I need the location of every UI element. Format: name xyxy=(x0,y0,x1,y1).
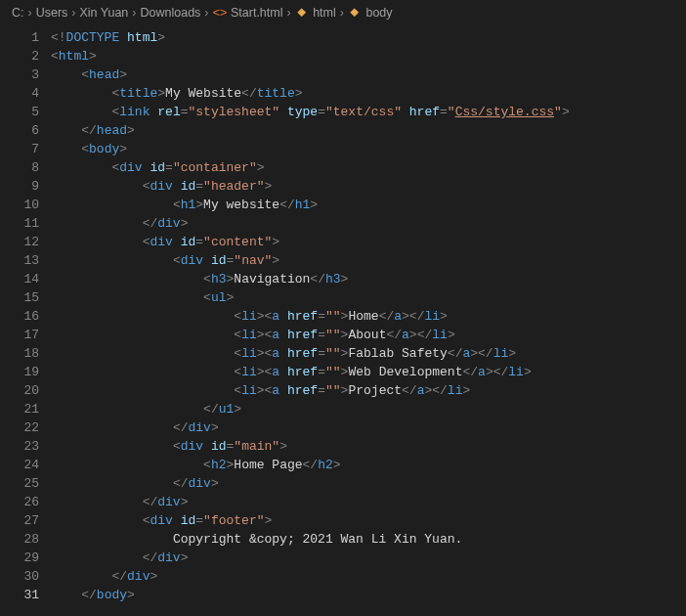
code-line[interactable]: <body> xyxy=(51,140,686,158)
chevron-right-icon: › xyxy=(287,6,291,20)
code-line[interactable]: <head> xyxy=(51,66,686,84)
line-number: 25 xyxy=(0,474,39,493)
line-number: 9 xyxy=(0,177,39,196)
code-line[interactable]: <!DOCTYPE html> xyxy=(51,28,686,47)
line-number: 22 xyxy=(0,418,39,437)
line-number: 12 xyxy=(0,233,39,251)
line-number: 13 xyxy=(0,251,39,270)
line-number: 2 xyxy=(0,47,39,66)
line-number: 6 xyxy=(0,121,39,140)
line-number: 10 xyxy=(0,196,39,214)
code-line[interactable]: <div id="main"> xyxy=(51,437,686,456)
code-line[interactable]: <ul> xyxy=(51,288,686,307)
symbol-tag-icon: ⯁ xyxy=(295,6,310,20)
code-line[interactable]: </div> xyxy=(51,474,686,493)
code-line[interactable]: <div id="footer"> xyxy=(51,511,686,530)
line-gutter: 1234567891011121314151617181920212223242… xyxy=(0,26,51,604)
code-line[interactable]: <li><a href="">Project</a></li> xyxy=(51,381,686,400)
code-line[interactable]: <li><a href="">Home</a></li> xyxy=(51,307,686,326)
line-number: 23 xyxy=(0,437,39,456)
chevron-right-icon: › xyxy=(132,6,136,20)
code-line[interactable]: </body> xyxy=(51,586,686,604)
line-number: 5 xyxy=(0,103,39,121)
code-line[interactable]: <title>My Website</title> xyxy=(51,84,686,103)
line-number: 11 xyxy=(0,214,39,233)
html-file-icon: <> xyxy=(213,6,228,20)
code-line[interactable]: <link rel="stylesheet" type="text/css" h… xyxy=(51,103,686,121)
code-line[interactable]: <h2>Home Page</h2> xyxy=(51,456,686,474)
breadcrumb-seg[interactable]: Downloads xyxy=(141,6,201,20)
code-line[interactable]: <li><a href="">Web Development</a></li> xyxy=(51,363,686,381)
code-line[interactable]: </div> xyxy=(51,493,686,511)
code-line[interactable]: </div> xyxy=(51,214,686,233)
line-number: 26 xyxy=(0,493,39,511)
line-number: 27 xyxy=(0,511,39,530)
chevron-right-icon: › xyxy=(71,6,75,20)
line-number: 24 xyxy=(0,456,39,474)
code-line[interactable]: </div> xyxy=(51,567,686,586)
line-number: 16 xyxy=(0,307,39,326)
code-line[interactable]: <div id="header"> xyxy=(51,177,686,196)
code-line[interactable]: </head> xyxy=(51,121,686,140)
code-line[interactable]: <li><a href="">Fablab Safety</a></li> xyxy=(51,344,686,363)
code-line[interactable]: <html> xyxy=(51,47,686,66)
line-number: 8 xyxy=(0,158,39,177)
symbol-tag-icon: ⯁ xyxy=(348,6,363,20)
code-line[interactable]: </div> xyxy=(51,549,686,567)
code-line[interactable]: </u1> xyxy=(51,400,686,418)
line-number: 18 xyxy=(0,344,39,363)
line-number: 20 xyxy=(0,381,39,400)
line-number: 30 xyxy=(0,567,39,586)
breadcrumb-seg[interactable]: Start.html xyxy=(231,6,283,20)
chevron-right-icon: › xyxy=(28,6,32,20)
line-number: 7 xyxy=(0,140,39,158)
breadcrumb-seg[interactable]: Users xyxy=(36,6,68,20)
chevron-right-icon: › xyxy=(340,6,344,20)
line-number: 1 xyxy=(0,28,39,47)
breadcrumb-seg[interactable]: Xin Yuan xyxy=(80,6,129,20)
code-line[interactable]: <li><a href="">About</a></li> xyxy=(51,326,686,344)
code-editor[interactable]: 1234567891011121314151617181920212223242… xyxy=(0,26,686,604)
line-number: 28 xyxy=(0,530,39,549)
line-number: 15 xyxy=(0,288,39,307)
line-number: 14 xyxy=(0,270,39,288)
code-line[interactable]: <div id="content"> xyxy=(51,233,686,251)
breadcrumb-seg[interactable]: html xyxy=(313,6,336,20)
line-number: 3 xyxy=(0,66,39,84)
code-line[interactable]: Copyright &copy; 2021 Wan Li Xin Yuan. xyxy=(51,530,686,549)
code-line[interactable]: <h1>My website</h1> xyxy=(51,196,686,214)
breadcrumb[interactable]: C:› Users› Xin Yuan› Downloads› <> Start… xyxy=(0,0,686,26)
code-content[interactable]: <!DOCTYPE html><html> <head> <title>My W… xyxy=(51,26,686,604)
code-line[interactable]: <h3>Navigation</h3> xyxy=(51,270,686,288)
breadcrumb-seg[interactable]: C: xyxy=(12,6,24,20)
line-number: 21 xyxy=(0,400,39,418)
code-line[interactable]: </div> xyxy=(51,418,686,437)
chevron-right-icon: › xyxy=(204,6,208,20)
line-number: 17 xyxy=(0,326,39,344)
line-number: 29 xyxy=(0,549,39,567)
line-number: 31 xyxy=(0,586,39,604)
code-line[interactable]: <div id="nav"> xyxy=(51,251,686,270)
line-number: 4 xyxy=(0,84,39,103)
code-line[interactable]: <div id="container"> xyxy=(51,158,686,177)
breadcrumb-seg[interactable]: body xyxy=(365,6,392,20)
line-number: 19 xyxy=(0,363,39,381)
